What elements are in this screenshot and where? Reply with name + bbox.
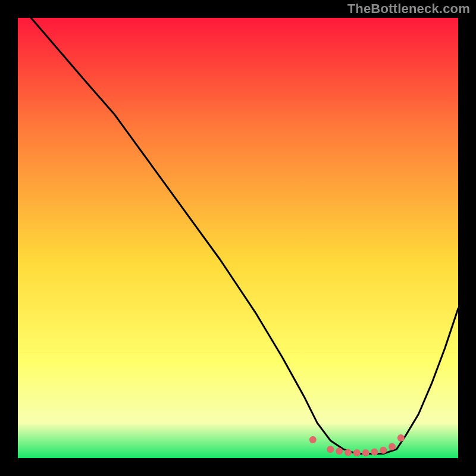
marker-dot xyxy=(336,447,343,455)
marker-dot xyxy=(380,447,387,454)
marker-dot xyxy=(389,443,396,450)
marker-dot xyxy=(397,434,405,441)
marker-dot xyxy=(345,449,352,456)
plot-area xyxy=(18,18,458,458)
marker-dot xyxy=(309,436,317,443)
gradient-background xyxy=(18,18,458,458)
marker-dot xyxy=(362,449,369,456)
chart-frame: TheBottleneck.com xyxy=(0,0,476,476)
marker-dot xyxy=(327,446,334,453)
marker-dot xyxy=(371,449,378,456)
chart-svg xyxy=(18,18,458,458)
watermark-text: TheBottleneck.com xyxy=(347,1,470,17)
marker-dot xyxy=(353,449,361,456)
